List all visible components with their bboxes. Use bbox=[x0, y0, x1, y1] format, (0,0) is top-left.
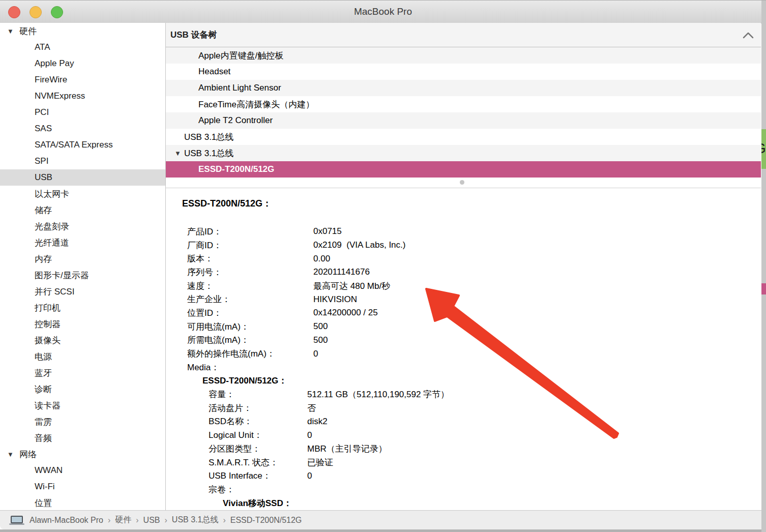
sidebar-item[interactable]: ▼ WWAN bbox=[0, 462, 165, 479]
sidebar-item[interactable]: ▼ 网络 bbox=[0, 446, 165, 462]
main-content: USB 设备树 ▼ Apple内置键盘/触控板 ▼ Headset ▼ Ambi… bbox=[166, 23, 761, 510]
sidebar-item[interactable]: ▼ 读卡器 bbox=[0, 397, 165, 413]
detail-row: 宗卷： bbox=[182, 483, 761, 496]
sidebar-item[interactable]: ▼ 控制器 bbox=[0, 316, 165, 332]
detail-row: Media： bbox=[182, 361, 761, 374]
tree-row[interactable]: ▼ Ambient Light Sensor bbox=[166, 80, 761, 96]
sidebar-item[interactable]: ▼ 储存 bbox=[0, 202, 165, 218]
sidebar-item[interactable]: ▼ USB bbox=[0, 169, 165, 186]
sidebar-item[interactable]: ▼ Apple Pay bbox=[0, 55, 165, 72]
sidebar-item[interactable]: ▼ FireWire bbox=[0, 72, 165, 88]
background-green-block: G bbox=[761, 129, 766, 169]
pane-splitter[interactable] bbox=[166, 178, 761, 188]
background-window-sliver: G bbox=[761, 1, 766, 532]
sidebar-item[interactable]: ▼ 并行 SCSI bbox=[0, 283, 165, 300]
breadcrumb-item: › Alawn-MacBook Pro bbox=[30, 516, 103, 525]
sidebar-item[interactable]: ▼ SPI bbox=[0, 153, 165, 169]
device-details-panel: ESSD-T200N/512G： 产品ID： 0x0715 厂商ID： 0x21… bbox=[166, 188, 761, 510]
sidebar-item[interactable]: ▼ 诊断 bbox=[0, 381, 165, 397]
details-title: ESSD-T200N/512G： bbox=[182, 197, 761, 210]
macbook-icon bbox=[9, 515, 24, 525]
disclosure-triangle-icon[interactable]: ▼ bbox=[7, 451, 15, 458]
detail-row: 可用电流(mA)： 500 bbox=[182, 320, 761, 334]
window-title: MacBook Pro bbox=[0, 6, 766, 17]
breadcrumb-item: › USB 3.1总线 bbox=[160, 515, 219, 525]
tree-row[interactable]: ▼ USB 3.1总线 bbox=[166, 145, 761, 161]
sidebar-item[interactable]: ▼ Wi-Fi bbox=[0, 479, 165, 495]
collapse-section-button[interactable] bbox=[743, 32, 754, 41]
detail-row: 版本： 0.00 bbox=[182, 252, 761, 265]
usb-device-tree: ▼ Apple内置键盘/触控板 ▼ Headset ▼ Ambient Ligh… bbox=[166, 47, 761, 178]
breadcrumb-separator: › bbox=[223, 516, 225, 525]
splitter-handle[interactable] bbox=[460, 180, 464, 185]
breadcrumb-separator: › bbox=[136, 516, 138, 525]
disclosure-triangle-icon[interactable]: ▼ bbox=[7, 27, 15, 35]
partial-letter: G bbox=[761, 140, 766, 157]
breadcrumb-separator: › bbox=[108, 516, 110, 525]
sidebar-item[interactable]: ▼ 打印机 bbox=[0, 300, 165, 316]
sidebar-item[interactable]: ▼ 光盘刻录 bbox=[0, 218, 165, 234]
tree-row[interactable]: ▼ Apple内置键盘/触控板 bbox=[166, 47, 761, 64]
detail-row: 位置ID： 0x14200000 / 25 bbox=[182, 306, 761, 320]
tree-row[interactable]: ▼ Headset bbox=[166, 64, 761, 80]
sidebar-item[interactable]: ▼ 蓝牙 bbox=[0, 365, 165, 381]
background-pink-block bbox=[761, 283, 766, 294]
tree-row[interactable]: ▼ Apple T2 Controller bbox=[166, 112, 761, 129]
breadcrumb-separator: › bbox=[165, 516, 167, 525]
detail-row: S.M.A.R.T. 状态： 已验证 bbox=[182, 456, 761, 469]
detail-row: 生产企业： HIKVISION bbox=[182, 292, 761, 306]
sidebar-item[interactable]: ▼ PCI bbox=[0, 104, 165, 121]
sidebar-item[interactable]: ▼ 以太网卡 bbox=[0, 186, 165, 202]
detail-row: 速度： 最高可达 480 Mb/秒 bbox=[182, 279, 761, 293]
titlebar[interactable]: MacBook Pro bbox=[0, 1, 766, 23]
detail-row: BSD名称： disk2 bbox=[182, 415, 761, 429]
usb-device-tree-header: USB 设备树 bbox=[166, 23, 761, 47]
detail-row: 所需电流(mA)： 500 bbox=[182, 334, 761, 347]
detail-row: 分区图类型： MBR（主引导记录） bbox=[182, 442, 761, 456]
breadcrumb-item: › 硬件 bbox=[103, 515, 131, 525]
sidebar-item[interactable]: ▼ 电源 bbox=[0, 348, 165, 365]
system-information-window: MacBook Pro ▼ 硬件 ▼ ATA ▼ Apple Pay ▼ Fir… bbox=[0, 0, 766, 532]
sidebar-item[interactable]: ▼ 雷雳 bbox=[0, 413, 165, 430]
detail-row: 序列号： 202011141676 bbox=[182, 265, 761, 279]
sidebar-item[interactable]: ▼ ATA bbox=[0, 39, 165, 55]
sidebar-item[interactable]: ▼ 图形卡/显示器 bbox=[0, 267, 165, 283]
detail-row: ESSD-T200N/512G： bbox=[182, 374, 761, 388]
sidebar-item[interactable]: ▼ 光纤通道 bbox=[0, 234, 165, 251]
sidebar-item[interactable]: ▼ 摄像头 bbox=[0, 332, 165, 348]
tree-row[interactable]: ▼ ESSD-T200N/512G bbox=[166, 161, 761, 178]
detail-row: 容量： 512.11 GB（512,110,190,592 字节） bbox=[182, 388, 761, 401]
detail-row: 活动盘片： 否 bbox=[182, 401, 761, 415]
tree-row[interactable]: ▼ USB 3.1总线 bbox=[166, 129, 761, 145]
detail-row: Vivian移动SSD： bbox=[182, 496, 761, 510]
breadcrumb: › Alawn-MacBook Pro › 硬件 › USB › USB 3.1… bbox=[30, 515, 302, 525]
sidebar-item[interactable]: ▼ SAS bbox=[0, 121, 165, 137]
sidebar: ▼ 硬件 ▼ ATA ▼ Apple Pay ▼ FireWire ▼ NVME… bbox=[0, 23, 166, 510]
detail-row: Logical Unit： 0 bbox=[182, 428, 761, 442]
breadcrumb-item: › ESSD-T200N/512G bbox=[218, 516, 302, 525]
sidebar-item[interactable]: ▼ SATA/SATA Express bbox=[0, 137, 165, 153]
detail-row: USB Interface： 0 bbox=[182, 469, 761, 483]
breadcrumb-item: › USB bbox=[131, 516, 160, 525]
chevron-up-icon bbox=[743, 32, 754, 39]
sidebar-item[interactable]: ▼ 硬件 bbox=[0, 23, 165, 39]
statusbar: › Alawn-MacBook Pro › 硬件 › USB › USB 3.1… bbox=[0, 510, 766, 529]
detail-row: 厂商ID： 0x2109 (VIA Labs, Inc.) bbox=[182, 239, 761, 252]
window-bottom-edge bbox=[0, 529, 766, 532]
sidebar-item[interactable]: ▼ 位置 bbox=[0, 495, 165, 510]
sidebar-item[interactable]: ▼ NVMExpress bbox=[0, 88, 165, 104]
sidebar-item[interactable]: ▼ 内存 bbox=[0, 251, 165, 267]
detail-row: 产品ID： 0x0715 bbox=[182, 225, 761, 239]
tree-header-label: USB 设备树 bbox=[170, 29, 217, 41]
disclosure-triangle-icon[interactable]: ▼ bbox=[174, 150, 181, 157]
detail-row: 额外的操作电流(mA)： 0 bbox=[182, 347, 761, 361]
sidebar-item[interactable]: ▼ 音频 bbox=[0, 430, 165, 446]
tree-row[interactable]: ▼ FaceTime高清摄像头（内建） bbox=[166, 96, 761, 112]
